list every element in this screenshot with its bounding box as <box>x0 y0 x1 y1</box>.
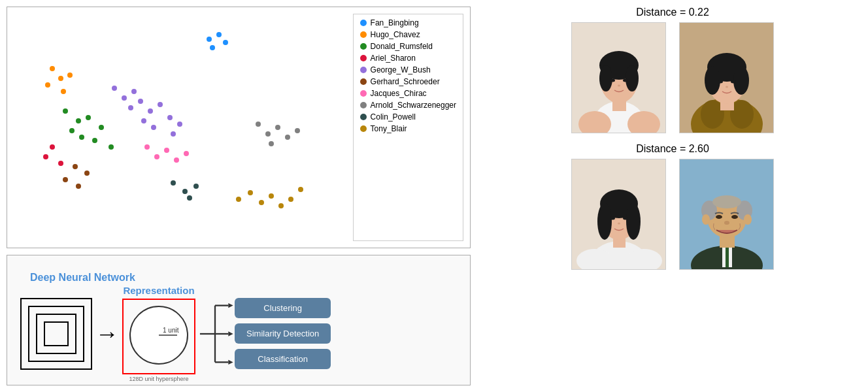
legend-label: Colin_Powell <box>371 112 416 122</box>
arrow-nn-to-repr: → <box>95 322 119 346</box>
repr-title: Representation <box>123 285 194 296</box>
scatter-dot <box>216 32 222 37</box>
scatter-legend: Fan_BingbingHugo_ChavezDonald_RumsfeldAr… <box>353 14 463 241</box>
scatter-dot <box>67 73 73 78</box>
svg-point-64 <box>744 214 752 225</box>
svg-point-46 <box>623 217 628 220</box>
scatter-dot <box>76 184 81 189</box>
svg-point-20 <box>626 65 639 91</box>
tasks-section: ClusteringSimilarity DetectionClassifica… <box>235 298 331 369</box>
legend-item: Colin_Powell <box>360 112 456 122</box>
scatter-dot <box>259 200 264 205</box>
svg-point-35 <box>718 80 723 84</box>
distance-row-2: Distance = 2.60 <box>490 143 855 270</box>
circle-box: 1 unit <box>122 299 195 374</box>
legend-label: Arnold_Schwarzenegger <box>371 101 456 110</box>
svg-rect-54 <box>726 244 729 267</box>
legend-dot <box>360 43 367 50</box>
scatter-dot <box>285 135 290 140</box>
legend-dot <box>360 114 367 120</box>
svg-point-37 <box>726 86 728 88</box>
right-panel: Distance = 0.22 <box>477 0 868 392</box>
legend-item: Hugo_Chavez <box>360 30 456 39</box>
svg-point-36 <box>731 80 736 84</box>
left-panel: Fan_BingbingHugo_ChavezDonald_RumsfeldAr… <box>0 0 477 392</box>
scatter-dot <box>171 180 176 186</box>
legend-item: Tony_Blair <box>360 124 456 133</box>
scatter-dot <box>275 125 280 130</box>
svg-point-59 <box>712 195 741 208</box>
legend-dot <box>360 125 367 132</box>
scatter-dot <box>164 148 169 153</box>
svg-marker-12 <box>228 359 233 364</box>
legend-dot <box>360 55 367 61</box>
scatter-dot <box>99 125 104 130</box>
legend-dot <box>360 20 367 26</box>
legend-label: Ariel_Sharon <box>371 54 416 63</box>
legend-item: Ariel_Sharon <box>360 54 456 63</box>
scatter-dot <box>256 122 261 127</box>
neural-network-box: Deep Neural Network → Representation <box>7 255 471 385</box>
scatter-dot <box>171 131 176 137</box>
legend-dot <box>360 90 367 97</box>
representation-section: Representation 1 unit 128D unit hypersph… <box>122 285 195 382</box>
svg-point-60 <box>716 215 722 219</box>
legend-item: Jacques_Chirac <box>360 89 456 98</box>
scatter-dot <box>174 157 179 163</box>
legend-item: Arnold_Schwarzenegger <box>360 101 456 110</box>
legend-label: Hugo_Chavez <box>371 30 420 39</box>
scatter-dot <box>76 118 81 123</box>
scatter-plot <box>14 14 353 241</box>
svg-point-34 <box>733 66 749 95</box>
scatter-dot <box>223 40 228 45</box>
nn-layers: → Representation 1 unit 128D unit hypers… <box>20 285 457 382</box>
scatter-dot <box>151 125 156 130</box>
scatter-dot <box>158 102 163 107</box>
svg-point-21 <box>610 79 615 82</box>
scatter-dot <box>177 122 182 127</box>
scatter-dot <box>63 108 68 114</box>
scatter-dot <box>269 141 274 146</box>
legend-label: Gerhard_Schroeder <box>371 77 440 86</box>
svg-marker-10 <box>228 331 233 336</box>
nn-title: Deep Neural Network <box>30 272 135 284</box>
scatter-dot <box>182 189 188 194</box>
scatter-dot <box>144 144 150 150</box>
scatter-dot <box>236 197 241 202</box>
scatter-dot <box>207 37 212 42</box>
scatter-dot <box>131 89 137 94</box>
scatter-dot <box>112 86 117 91</box>
svg-point-22 <box>623 79 628 82</box>
scatter-plot-container: Fan_BingbingHugo_ChavezDonald_RumsfeldAr… <box>7 7 471 248</box>
scatter-dot <box>45 82 50 88</box>
unit-circle-svg: 1 unit <box>126 302 192 368</box>
scatter-dot <box>61 89 66 94</box>
legend-item: Fan_Bingbing <box>360 18 456 27</box>
legend-label: Donald_Rumsfeld <box>371 42 433 51</box>
svg-point-19 <box>599 65 612 91</box>
task-button[interactable]: Clustering <box>235 298 331 318</box>
legend-dot <box>360 67 367 73</box>
task-button[interactable]: Classification <box>235 349 331 369</box>
legend-dot <box>360 31 367 38</box>
svg-point-62 <box>724 221 729 225</box>
scatter-dot <box>58 161 63 166</box>
distance-label-2: Distance = 2.60 <box>490 143 855 155</box>
face-pair-2 <box>490 159 855 270</box>
face-img-1b <box>679 22 774 133</box>
nn-layers-icon <box>20 298 92 370</box>
fork-arrow-svg <box>195 295 235 373</box>
svg-point-33 <box>705 66 720 95</box>
scatter-dot <box>138 99 143 104</box>
task-button[interactable]: Similarity Detection <box>235 323 331 344</box>
legend-item: Gerhard_Schroeder <box>360 77 456 86</box>
scatter-dot <box>288 197 293 202</box>
forked-arrows <box>195 295 235 373</box>
scatter-dot <box>193 184 199 189</box>
face-img-2a <box>571 159 666 270</box>
scatter-dot <box>295 128 300 133</box>
scatter-dot <box>50 66 55 71</box>
face-img-2b <box>679 159 774 270</box>
scatter-dot <box>43 154 48 159</box>
legend-label: George_W_Bush <box>371 65 431 74</box>
